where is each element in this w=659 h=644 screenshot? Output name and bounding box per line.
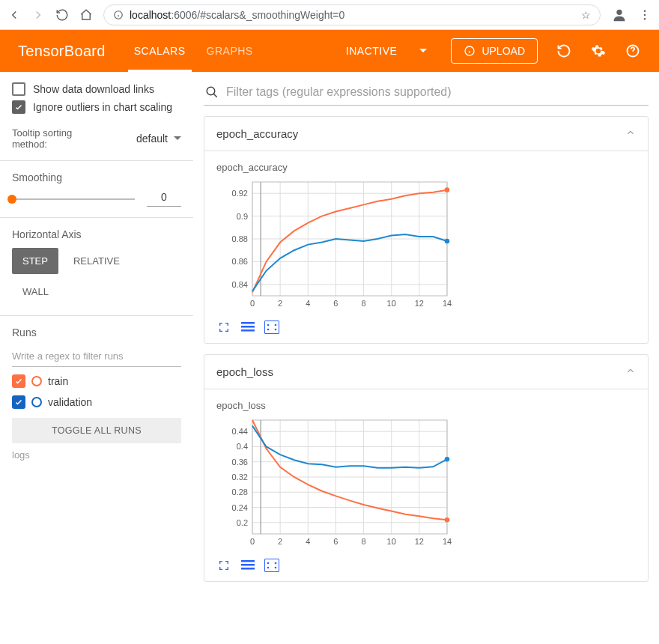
info-circle-icon [464,45,476,57]
horizontal-axis-title: Horizontal Axis [12,228,181,240]
runs-title: Runs [12,326,181,338]
search-icon [205,85,219,99]
url-path: :6006/#scalars&_smoothingWeight=0 [171,9,344,21]
svg-point-50 [275,329,277,331]
svg-text:0: 0 [250,537,255,546]
smoothing-slider[interactable] [12,198,135,200]
list-icon[interactable] [240,559,255,572]
svg-point-90 [267,567,270,569]
svg-rect-87 [241,568,255,570]
svg-point-42 [445,187,450,192]
svg-text:10: 10 [387,537,396,546]
svg-point-49 [267,329,270,331]
svg-text:0.44: 0.44 [232,427,248,436]
svg-rect-86 [241,564,255,566]
svg-text:4: 4 [306,537,310,546]
settings-icon[interactable] [590,43,607,59]
collapse-icon[interactable] [625,127,636,140]
svg-text:0.24: 0.24 [232,503,248,512]
more-icon[interactable] [638,8,652,22]
chart-title: epoch_accuracy [216,162,636,173]
header-tabs: SCALARS GRAPHS [124,30,264,72]
url-host: localhost [130,9,171,21]
svg-line-13 [213,94,217,97]
tab-scalars[interactable]: SCALARS [124,30,196,72]
app-header: TensorBoard SCALARS GRAPHS INACTIVE UPLO… [0,30,659,72]
refresh-icon[interactable] [556,43,572,59]
toggle-all-runs-button[interactable]: TOGGLE ALL RUNS [12,418,181,443]
haxis-step-button[interactable]: STEP [12,248,58,274]
chart-title: epoch_loss [216,400,636,411]
svg-text:0.32: 0.32 [232,473,248,482]
svg-text:0.4: 0.4 [237,442,248,451]
card-title: epoch_loss [216,365,273,378]
svg-text:8: 8 [362,537,366,546]
fit-icon[interactable] [264,559,279,572]
upload-label: UPLOAD [482,45,525,57]
star-icon[interactable]: ☆ [581,9,591,21]
collapse-icon[interactable] [625,365,636,378]
haxis-wall-button[interactable]: WALL [12,279,59,305]
smoothing-title: Smoothing [12,171,181,183]
run-row-validation[interactable]: validation [12,395,181,409]
card-title: epoch_accuracy [216,127,298,140]
svg-text:14: 14 [443,537,452,546]
checkbox-ignore-outliers[interactable]: Ignore outliers in chart scaling [12,100,181,114]
card-epoch-accuracy: epoch_accuracy epoch_accuracy 0.840.860.… [204,116,649,344]
tooltip-sort-select[interactable]: default [136,133,181,145]
reload-icon[interactable] [55,8,69,22]
svg-text:0.86: 0.86 [232,257,248,266]
content: epoch_accuracy epoch_accuracy 0.840.860.… [193,72,659,603]
run-label: validation [48,396,92,408]
svg-point-12 [207,87,215,95]
tag-filter[interactable] [204,82,649,106]
svg-text:8: 8 [362,299,366,308]
help-icon[interactable] [625,43,641,59]
svg-text:0.28: 0.28 [232,487,248,496]
svg-rect-45 [241,326,255,328]
list-icon[interactable] [240,321,255,334]
run-row-train[interactable]: train [12,374,181,388]
svg-point-5 [644,13,646,16]
svg-text:0.2: 0.2 [237,518,248,527]
svg-text:14: 14 [443,299,452,308]
smoothing-input[interactable]: 0 [147,191,181,207]
chart-epoch-loss[interactable]: 0.20.240.280.320.360.40.4402468101214 [216,416,456,550]
tab-graphs[interactable]: GRAPHS [196,30,264,72]
svg-point-4 [644,10,646,12]
fit-icon[interactable] [264,321,279,334]
svg-point-48 [275,324,277,326]
expand-icon[interactable] [216,559,231,572]
checkbox-show-download[interactable]: Show data download links [12,82,181,96]
logs-dir-label: logs [12,449,181,461]
expand-icon[interactable] [216,321,231,334]
haxis-relative-button[interactable]: RELATIVE [63,248,130,274]
svg-point-91 [275,567,277,569]
back-icon[interactable] [7,8,21,22]
checkbox-checked-icon [12,100,25,114]
forward-icon[interactable] [31,8,45,22]
svg-point-84 [445,457,450,462]
svg-text:0.36: 0.36 [232,458,248,467]
upload-button[interactable]: UPLOAD [451,38,538,64]
chart-epoch-accuracy[interactable]: 0.840.860.880.90.9202468101214 [216,177,456,312]
inactive-label: INACTIVE [346,45,398,57]
checkbox-label: Show data download links [33,83,154,95]
svg-rect-46 [241,329,255,332]
tag-filter-input[interactable] [226,85,647,99]
sidebar: Show data download links Ignore outliers… [0,72,193,603]
svg-text:6: 6 [333,537,338,546]
tooltip-sort-value: default [136,133,168,145]
tooltip-sort-label: Tooltip sorting method: [12,127,76,150]
svg-text:12: 12 [415,537,424,546]
runs-filter-input[interactable] [12,346,181,367]
profile-icon[interactable] [611,7,628,23]
caret-down-icon [419,47,427,55]
inactive-dropdown[interactable]: INACTIVE [346,45,434,57]
svg-point-89 [275,562,277,565]
home-icon[interactable] [79,8,93,22]
slider-knob-icon [7,195,16,204]
svg-text:0: 0 [250,299,255,308]
address-bar[interactable]: localhost:6006/#scalars&_smoothingWeight… [103,4,601,25]
svg-text:12: 12 [415,299,424,308]
